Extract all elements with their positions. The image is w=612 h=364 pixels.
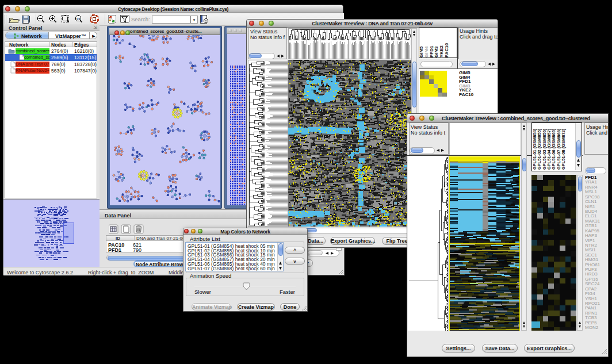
svg-text:GIM3: GIM3 [434,46,439,58]
svg-text:GPL51-08 (GSM872): GPL51-08 (GSM872) [561,128,566,170]
svg-text:GIM4: GIM4 [424,46,429,58]
svg-text:PFD1: PFD1 [429,45,434,58]
svg-text:1:1: 1:1 [76,17,80,21]
svg-text:YKE2: YKE2 [439,45,444,58]
svg-text:GIM5: GIM5 [419,46,424,58]
svg-text:PAC10: PAC10 [444,43,449,58]
